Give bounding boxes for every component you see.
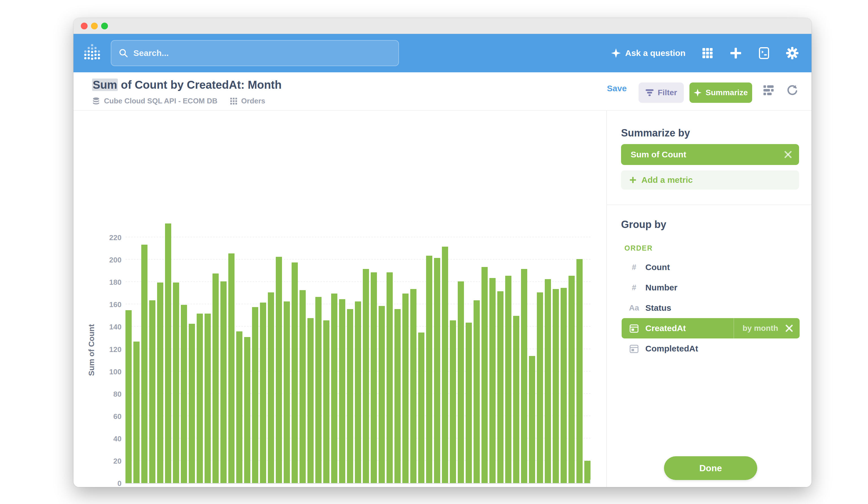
binning-option[interactable]: by month (743, 324, 778, 333)
field-row-status[interactable]: Aa Status (622, 298, 799, 318)
chart-bar[interactable] (521, 269, 527, 483)
y-tick-label: 120 (109, 345, 122, 354)
save-button[interactable]: Save (607, 84, 627, 93)
source-table[interactable]: Orders (230, 96, 265, 105)
chart-bar[interactable] (189, 324, 195, 483)
field-row-createdat[interactable]: CreatedAt by month (622, 318, 799, 338)
chart-bar[interactable] (292, 263, 298, 483)
chart-bar[interactable] (213, 274, 219, 483)
filter-button[interactable]: Filter (639, 82, 684, 103)
chart-bar[interactable] (418, 332, 424, 483)
chart-bar[interactable] (347, 309, 353, 483)
window-zoom-button[interactable] (101, 23, 108, 29)
chart-bar[interactable] (157, 282, 163, 483)
chart-bar[interactable] (386, 272, 393, 483)
chart-bar[interactable] (513, 316, 519, 483)
sparkle-icon (611, 48, 621, 58)
chart-bar[interactable] (379, 306, 385, 483)
done-button[interactable]: Done (664, 456, 757, 480)
chart-bar[interactable] (537, 292, 543, 483)
chart-bar[interactable] (410, 289, 416, 483)
chart-bar[interactable] (497, 291, 504, 483)
chart-bar[interactable] (576, 259, 582, 483)
calendar-icon (629, 344, 639, 353)
chart-bar[interactable] (545, 279, 551, 483)
chart-bar[interactable] (205, 313, 211, 483)
window-minimize-button[interactable] (91, 23, 98, 29)
section-divider (607, 205, 812, 205)
summarize-button[interactable]: Summarize (690, 82, 752, 103)
browse-grid-icon[interactable] (701, 47, 714, 59)
window-close-button[interactable] (81, 23, 87, 29)
chart-bar[interactable] (165, 224, 171, 483)
chart-bar[interactable] (363, 269, 369, 483)
chart-bar[interactable] (568, 276, 575, 483)
source-database[interactable]: Cube Cloud SQL API - ECOM DB (92, 96, 218, 105)
search-input[interactable] (133, 48, 391, 58)
chart-bar[interactable] (339, 299, 345, 483)
chart-bar[interactable] (141, 245, 147, 483)
app-window: Ask a question (73, 18, 812, 487)
metric-pill-sum-of-count[interactable]: Sum of Count (621, 144, 799, 165)
chart-bar[interactable] (323, 320, 329, 483)
chart-bar[interactable] (458, 281, 464, 483)
chart-bar[interactable] (181, 305, 187, 483)
group-by-heading: Group by (621, 219, 666, 230)
summarize-sidebar: Summarize by Sum of Count Add a metric G… (607, 111, 812, 487)
gear-icon[interactable] (786, 47, 798, 59)
chart-bar[interactable] (268, 292, 274, 483)
chart-bar[interactable] (197, 313, 203, 483)
chart-bar[interactable] (173, 282, 179, 483)
chart-bar[interactable] (355, 301, 361, 483)
chart-bar[interactable] (236, 331, 242, 483)
chart-bar[interactable] (371, 272, 377, 483)
field-row-number[interactable]: # Number (622, 277, 799, 298)
chart-bar[interactable] (228, 254, 235, 483)
new-plus-icon[interactable] (730, 47, 742, 59)
close-icon[interactable] (784, 151, 792, 158)
chart-bar[interactable] (300, 290, 306, 483)
chart-bar[interactable] (482, 267, 488, 483)
chart-bar[interactable] (450, 320, 456, 483)
metabase-logo-icon[interactable] (83, 44, 101, 62)
chart-bar[interactable] (402, 294, 409, 483)
chart-bar[interactable] (561, 288, 567, 483)
notebook-editor-icon[interactable] (763, 84, 775, 96)
chart-bar[interactable] (553, 289, 559, 483)
chart-bar[interactable] (149, 300, 155, 483)
ask-a-question-label: Ask a question (625, 48, 685, 58)
chart-bar[interactable] (315, 297, 322, 483)
bar-series (125, 216, 590, 483)
chart-bar[interactable] (505, 276, 512, 483)
group-by-field-list: # Count # Number Aa Status Crea (622, 257, 799, 359)
chart-bar[interactable] (426, 256, 432, 483)
chart-bar[interactable] (529, 356, 535, 483)
title-highlighted-token[interactable]: Sum (92, 79, 118, 91)
chart-bar[interactable] (284, 301, 290, 483)
chart-bar[interactable] (394, 309, 401, 483)
refresh-icon[interactable] (787, 84, 799, 96)
chart-bar[interactable] (584, 461, 590, 483)
chart-bar[interactable] (252, 307, 258, 483)
summarize-by-heading: Summarize by (621, 127, 690, 139)
chart-bar[interactable] (331, 294, 337, 483)
field-row-count[interactable]: # Count (622, 257, 799, 277)
chart-bar[interactable] (276, 257, 282, 483)
add-a-metric-button[interactable]: Add a metric (621, 171, 799, 189)
chart-bar[interactable] (260, 302, 266, 483)
ask-a-question-button[interactable]: Ask a question (611, 48, 685, 58)
chart-bar[interactable] (307, 318, 314, 483)
chart-bar[interactable] (434, 258, 440, 483)
chart-bar[interactable] (474, 300, 480, 483)
chart-bar[interactable] (466, 323, 472, 483)
chart-bar[interactable] (442, 247, 448, 483)
chart-bar[interactable] (244, 337, 250, 483)
search-bar[interactable] (111, 40, 399, 66)
chart-bar[interactable] (133, 341, 140, 483)
chart-bar[interactable] (220, 281, 227, 483)
sql-editor-icon[interactable] (758, 47, 770, 59)
close-icon[interactable] (785, 325, 793, 332)
field-row-completedat[interactable]: CompletedAt (622, 338, 799, 359)
chart-bar[interactable] (125, 310, 132, 483)
chart-bar[interactable] (489, 278, 496, 483)
